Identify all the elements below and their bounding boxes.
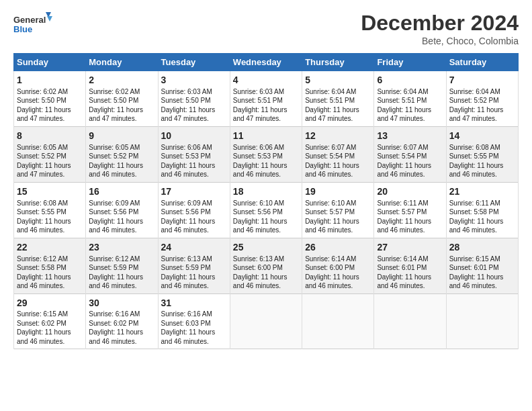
- day-info: and 47 minutes.: [233, 115, 281, 122]
- calendar-cell: 19Sunrise: 6:10 AMSunset: 5:57 PMDayligh…: [302, 182, 374, 238]
- svg-marker-3: [47, 16, 52, 21]
- day-info: and 46 minutes.: [161, 226, 209, 234]
- day-info: and 46 minutes.: [377, 282, 425, 289]
- calendar-cell: 5Sunrise: 6:04 AMSunset: 5:51 PMDaylight…: [302, 71, 374, 127]
- day-info: Sunset: 5:52 PM: [449, 97, 499, 104]
- day-info: Sunrise: 6:14 AM: [377, 255, 428, 263]
- day-info: and 46 minutes.: [449, 171, 497, 178]
- day-info: Sunrise: 6:03 AM: [233, 88, 284, 95]
- calendar-cell: 2Sunrise: 6:02 AMSunset: 5:50 PMDaylight…: [86, 71, 158, 127]
- day-info: Daylight: 11 hours: [89, 328, 143, 336]
- day-info: Sunrise: 6:09 AM: [161, 199, 212, 207]
- logo: General Blue: [13, 11, 54, 38]
- day-info: and 47 minutes.: [377, 115, 425, 122]
- day-info: and 46 minutes.: [233, 226, 281, 234]
- calendar-cell: 24Sunrise: 6:13 AMSunset: 5:59 PMDayligh…: [158, 238, 230, 293]
- day-info: Sunset: 5:52 PM: [17, 152, 66, 160]
- calendar-cell: 6Sunrise: 6:04 AMSunset: 5:51 PMDaylight…: [374, 71, 446, 127]
- week-row-4: 22Sunrise: 6:12 AMSunset: 5:58 PMDayligh…: [14, 238, 519, 293]
- day-info: Sunrise: 6:04 AM: [305, 88, 356, 95]
- header-wednesday: Wednesday: [230, 54, 302, 71]
- day-info: Sunset: 5:56 PM: [233, 208, 283, 216]
- day-number: 3: [161, 74, 227, 87]
- day-number: 14: [449, 130, 515, 142]
- day-info: Sunset: 5:57 PM: [377, 208, 427, 216]
- calendar-cell: 18Sunrise: 6:10 AMSunset: 5:56 PMDayligh…: [230, 182, 302, 238]
- page-header: General Blue December 2024 Bete, Choco, …: [13, 11, 519, 46]
- day-info: Sunrise: 6:12 AM: [17, 255, 68, 263]
- day-info: Sunset: 6:03 PM: [161, 320, 211, 327]
- header-thursday: Thursday: [302, 54, 374, 71]
- day-info: Sunset: 5:56 PM: [89, 208, 138, 216]
- day-info: Sunrise: 6:11 AM: [449, 199, 500, 207]
- day-number: 15: [17, 185, 83, 198]
- day-info: Sunset: 6:02 PM: [89, 320, 138, 327]
- day-info: Sunset: 5:54 PM: [377, 152, 427, 160]
- day-info: Sunset: 5:58 PM: [449, 208, 499, 216]
- calendar-cell: 29Sunrise: 6:15 AMSunset: 6:02 PMDayligh…: [14, 293, 86, 349]
- day-info: and 46 minutes.: [89, 226, 136, 234]
- day-info: and 46 minutes.: [305, 282, 353, 289]
- day-number: 2: [89, 74, 154, 87]
- day-info: Daylight: 11 hours: [161, 273, 216, 281]
- calendar-cell: [230, 293, 302, 349]
- day-number: 28: [449, 241, 515, 254]
- day-info: Sunset: 5:50 PM: [89, 97, 138, 104]
- day-number: 19: [305, 185, 371, 198]
- calendar-cell: 13Sunrise: 6:07 AMSunset: 5:54 PMDayligh…: [374, 126, 446, 182]
- calendar-cell: 12Sunrise: 6:07 AMSunset: 5:54 PMDayligh…: [302, 126, 374, 182]
- day-number: 6: [377, 74, 443, 87]
- day-info: and 46 minutes.: [305, 226, 353, 234]
- day-info: Daylight: 11 hours: [449, 106, 504, 113]
- calendar-cell: 9Sunrise: 6:05 AMSunset: 5:52 PMDaylight…: [86, 126, 158, 182]
- day-number: 31: [161, 297, 227, 310]
- day-info: Sunrise: 6:15 AM: [449, 255, 500, 263]
- day-info: Daylight: 11 hours: [89, 106, 143, 113]
- day-number: 11: [233, 130, 299, 142]
- day-info: Sunset: 5:51 PM: [377, 97, 427, 104]
- day-info: Sunrise: 6:14 AM: [305, 255, 356, 263]
- calendar-cell: 16Sunrise: 6:09 AMSunset: 5:56 PMDayligh…: [86, 182, 158, 238]
- day-info: and 46 minutes.: [449, 226, 497, 234]
- day-info: Sunset: 5:51 PM: [305, 97, 355, 104]
- calendar-cell: 27Sunrise: 6:14 AMSunset: 6:01 PMDayligh…: [374, 238, 446, 293]
- day-info: Daylight: 11 hours: [17, 106, 71, 113]
- day-info: and 46 minutes.: [161, 282, 209, 289]
- day-info: and 46 minutes.: [17, 226, 64, 234]
- day-info: and 46 minutes.: [377, 171, 425, 178]
- day-number: 13: [377, 130, 443, 142]
- day-info: Sunset: 6:02 PM: [17, 320, 66, 327]
- day-info: and 46 minutes.: [233, 282, 281, 289]
- day-info: Daylight: 11 hours: [17, 162, 71, 169]
- day-info: Daylight: 11 hours: [89, 273, 143, 281]
- calendar-cell: 25Sunrise: 6:13 AMSunset: 6:00 PMDayligh…: [230, 238, 302, 293]
- day-info: Daylight: 11 hours: [449, 218, 504, 225]
- day-info: Sunrise: 6:05 AM: [89, 144, 140, 151]
- day-info: and 46 minutes.: [89, 171, 136, 178]
- day-info: Sunrise: 6:07 AM: [305, 144, 356, 151]
- day-info: and 46 minutes.: [161, 338, 209, 345]
- day-number: 17: [161, 185, 227, 198]
- day-info: Sunrise: 6:09 AM: [89, 199, 140, 207]
- day-info: Daylight: 11 hours: [305, 106, 359, 113]
- day-info: Daylight: 11 hours: [17, 218, 71, 225]
- day-info: Sunset: 6:01 PM: [377, 264, 427, 271]
- calendar-cell: 30Sunrise: 6:16 AMSunset: 6:02 PMDayligh…: [86, 293, 158, 349]
- day-info: Sunrise: 6:13 AM: [161, 255, 212, 263]
- day-number: 16: [89, 185, 154, 198]
- day-info: Daylight: 11 hours: [305, 273, 359, 281]
- day-number: 8: [17, 130, 83, 142]
- day-info: Sunset: 5:55 PM: [17, 208, 66, 216]
- weekday-header-row: Sunday Monday Tuesday Wednesday Thursday…: [14, 54, 519, 71]
- day-number: 23: [89, 241, 154, 254]
- day-info: Sunrise: 6:11 AM: [377, 199, 428, 207]
- header-saturday: Saturday: [446, 54, 518, 71]
- calendar-cell: 1Sunrise: 6:02 AMSunset: 5:50 PMDaylight…: [14, 71, 86, 127]
- calendar-cell: 20Sunrise: 6:11 AMSunset: 5:57 PMDayligh…: [374, 182, 446, 238]
- day-info: Sunset: 5:59 PM: [161, 264, 211, 271]
- calendar-cell: [302, 293, 374, 349]
- day-info: Daylight: 11 hours: [377, 218, 431, 225]
- day-number: 30: [89, 297, 154, 310]
- day-number: 26: [305, 241, 371, 254]
- day-info: and 47 minutes.: [89, 115, 136, 122]
